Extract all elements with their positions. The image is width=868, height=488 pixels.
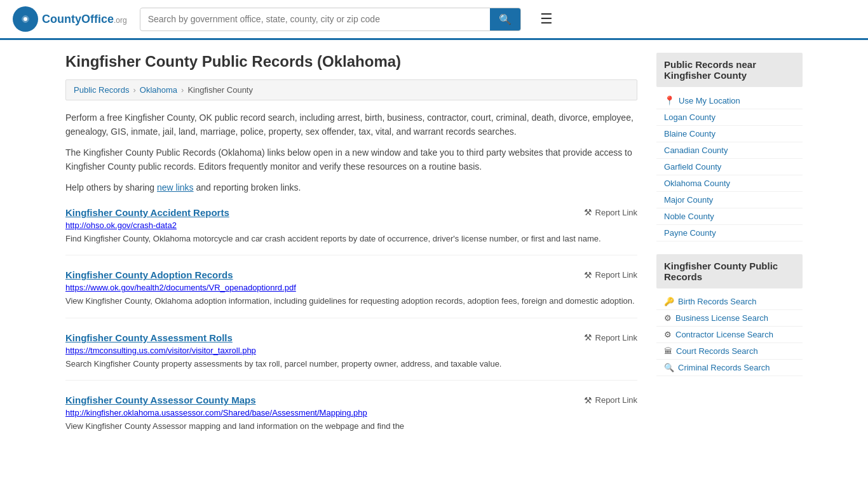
sidebar-item-oklahoma[interactable]: Oklahoma County <box>656 175 803 192</box>
page-title: Kingfisher County Public Records (Oklaho… <box>65 53 637 71</box>
sidebar-nearby-section: Public Records near Kingfisher County 📍 … <box>656 53 803 241</box>
report-icon: ⚒ <box>584 332 592 342</box>
report-icon: ⚒ <box>584 207 592 217</box>
record-header: Kingfisher County Assessment Rolls ⚒ Rep… <box>65 332 637 343</box>
svg-point-1 <box>24 17 27 21</box>
search-input[interactable] <box>140 9 490 29</box>
sidebar-record-item[interactable]: 🏛Court Records Search <box>656 343 803 360</box>
description-para1: Perform a free Kingfisher County, OK pub… <box>65 111 637 139</box>
record-url[interactable]: http://kingfisher.oklahoma.usassessor.co… <box>65 408 637 417</box>
breadcrumb-sep-1: › <box>133 85 135 95</box>
sidebar-nearby-header: Public Records near Kingfisher County <box>656 53 803 87</box>
sidebar: Public Records near Kingfisher County 📍 … <box>656 53 803 457</box>
use-location-link[interactable]: Use My Location <box>679 96 740 105</box>
sidebar-record-link[interactable]: Criminal Records Search <box>678 363 770 372</box>
record-desc: View Kingfisher County, Oklahoma adoptio… <box>65 295 637 308</box>
record-url[interactable]: https://tmconsulting.us.com/visitor/visi… <box>65 346 637 355</box>
record-url[interactable]: https://www.ok.gov/health2/documents/VR_… <box>65 283 637 292</box>
logo-icon <box>13 6 38 32</box>
menu-icon[interactable]: ☰ <box>540 11 553 27</box>
sidebar-records-header: Kingfisher County Public Records <box>656 254 803 288</box>
record-title[interactable]: Kingfisher County Assessor County Maps <box>65 395 256 405</box>
sidebar-records-section: Kingfisher County Public Records 🔑Birth … <box>656 254 803 376</box>
search-bar: 🔍 <box>140 8 521 31</box>
report-label: Report Link <box>595 395 637 405</box>
report-link[interactable]: ⚒ Report Link <box>584 207 637 217</box>
sidebar-record-link[interactable]: Court Records Search <box>676 346 758 356</box>
sidebar-item-noble[interactable]: Noble County <box>656 208 803 225</box>
record-item: Kingfisher County Adoption Records ⚒ Rep… <box>65 269 637 318</box>
breadcrumb-public-records[interactable]: Public Records <box>74 85 129 95</box>
sidebar-item-canadian[interactable]: Canadian County <box>656 142 803 159</box>
report-link[interactable]: ⚒ Report Link <box>584 270 637 280</box>
sidebar-item-major[interactable]: Major County <box>656 192 803 208</box>
logo-link[interactable]: CountyOffice.org <box>13 6 127 32</box>
report-icon: ⚒ <box>584 395 592 405</box>
sidebar-nearby-list: 📍 Use My Location Logan County Blaine Co… <box>656 92 803 241</box>
description-para3: Help others by sharing new links and rep… <box>65 180 637 194</box>
search-icon: 🔍 <box>499 14 512 25</box>
report-link[interactable]: ⚒ Report Link <box>584 395 637 405</box>
sidebar-record-link[interactable]: Contractor License Search <box>675 330 773 339</box>
sidebar-item-blaine[interactable]: Blaine County <box>656 126 803 142</box>
breadcrumb: Public Records › Oklahoma › Kingfisher C… <box>65 79 637 100</box>
logo-name: CountyOffice.org <box>42 13 127 26</box>
sidebar-record-item[interactable]: 🔑Birth Records Search <box>656 294 803 310</box>
sidebar-item-payne[interactable]: Payne County <box>656 225 803 241</box>
record-item: Kingfisher County Accident Reports ⚒ Rep… <box>65 207 637 256</box>
sidebar-record-link[interactable]: Business License Search <box>675 313 768 323</box>
sidebar-record-icon: ⚙ <box>664 313 672 323</box>
report-label: Report Link <box>595 270 637 280</box>
main-content: Kingfisher County Public Records (Oklaho… <box>65 53 637 457</box>
record-item: Kingfisher County Assessment Rolls ⚒ Rep… <box>65 332 637 381</box>
sidebar-record-link[interactable]: Birth Records Search <box>678 297 757 306</box>
sidebar-item-garfield[interactable]: Garfield County <box>656 159 803 175</box>
sidebar-record-icon: 🔑 <box>664 297 674 306</box>
site-header: CountyOffice.org 🔍 ☰ <box>0 0 868 40</box>
record-desc: View Kingfisher County Assessor mapping … <box>65 420 637 433</box>
sidebar-record-icon: 🏛 <box>664 346 672 356</box>
record-header: Kingfisher County Assessor County Maps ⚒… <box>65 395 637 405</box>
record-desc: Search Kingfisher County property assess… <box>65 358 637 370</box>
new-links[interactable]: new links <box>157 182 194 193</box>
breadcrumb-oklahoma[interactable]: Oklahoma <box>140 85 177 95</box>
record-item: Kingfisher County Assessor County Maps ⚒… <box>65 395 637 443</box>
record-url[interactable]: http://ohso.ok.gov/crash-data2 <box>65 220 637 230</box>
sidebar-record-item[interactable]: ⚙Contractor License Search <box>656 327 803 343</box>
sidebar-record-item[interactable]: ⚙Business License Search <box>656 310 803 327</box>
breadcrumb-sep-2: › <box>181 85 184 95</box>
use-location-item: 📍 Use My Location <box>656 92 803 109</box>
report-label: Report Link <box>595 333 637 342</box>
record-url-link[interactable]: https://tmconsulting.us.com/visitor/visi… <box>65 346 256 355</box>
desc-suffix: and reporting broken links. <box>194 182 301 193</box>
description-para2: The Kingfisher County Public Records (Ok… <box>65 146 637 174</box>
desc-prefix: Help others by sharing <box>65 182 157 193</box>
record-title[interactable]: Kingfisher County Adoption Records <box>65 269 233 280</box>
record-list: Kingfisher County Accident Reports ⚒ Rep… <box>65 207 637 443</box>
record-url-link[interactable]: http://ohso.ok.gov/crash-data2 <box>65 220 177 230</box>
breadcrumb-kingfisher: Kingfisher County <box>187 85 253 95</box>
report-icon: ⚒ <box>584 270 592 280</box>
sidebar-records-list: 🔑Birth Records Search⚙Business License S… <box>656 294 803 376</box>
record-desc: Find Kingfisher County, Oklahoma motorcy… <box>65 233 637 245</box>
record-title[interactable]: Kingfisher County Accident Reports <box>65 207 229 218</box>
report-link[interactable]: ⚒ Report Link <box>584 332 637 342</box>
sidebar-record-item[interactable]: 🔍Criminal Records Search <box>656 360 803 376</box>
search-button[interactable]: 🔍 <box>490 8 520 30</box>
record-title[interactable]: Kingfisher County Assessment Rolls <box>65 332 233 343</box>
sidebar-record-icon: ⚙ <box>664 330 672 339</box>
report-label: Report Link <box>595 208 637 217</box>
sidebar-item-logan[interactable]: Logan County <box>656 109 803 126</box>
record-url-link[interactable]: http://kingfisher.oklahoma.usassessor.co… <box>65 408 367 417</box>
pin-icon: 📍 <box>664 95 675 105</box>
page-container: Kingfisher County Public Records (Oklaho… <box>53 40 815 470</box>
sidebar-record-icon: 🔍 <box>664 363 674 372</box>
record-url-link[interactable]: https://www.ok.gov/health2/documents/VR_… <box>65 283 296 292</box>
record-header: Kingfisher County Adoption Records ⚒ Rep… <box>65 269 637 280</box>
record-header: Kingfisher County Accident Reports ⚒ Rep… <box>65 207 637 218</box>
